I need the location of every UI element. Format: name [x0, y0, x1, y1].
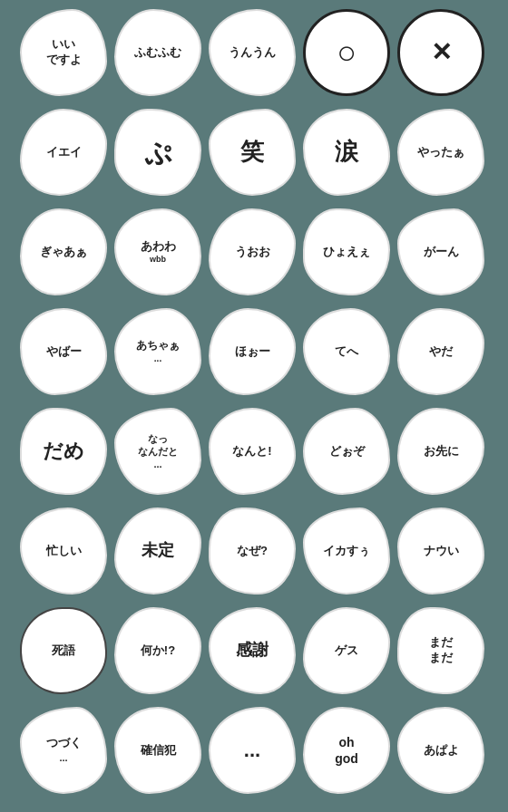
bubble-wara[interactable]: 笑	[209, 109, 296, 196]
bubble-text: やばー	[46, 344, 82, 360]
bubble-text: うおお	[235, 245, 270, 260]
bubble-text: どぉぞ	[329, 444, 365, 459]
bubble-tsuzuku[interactable]: つづく ...	[20, 707, 107, 794]
bubble-text: 何か!?	[141, 643, 175, 659]
bubble-text: ひょえぇ	[323, 245, 370, 260]
bubble-shigo[interactable]: 死語	[20, 607, 107, 694]
bubble-text: あわわ	[141, 239, 176, 255]
bubble-text: いいですよ	[46, 37, 82, 68]
bubble-mitei[interactable]: 未定	[114, 508, 201, 594]
bubble-text: まだまだ	[429, 635, 453, 666]
bubble-nandato[interactable]: なっなんだと...	[114, 408, 201, 495]
bubble-dame[interactable]: だめ	[20, 408, 107, 495]
bubble-osaki[interactable]: お先に	[397, 408, 484, 495]
bubble-iei[interactable]: イエイ	[20, 109, 107, 196]
bubble-text: ...	[244, 738, 260, 764]
bubble-text: 未定	[142, 540, 174, 561]
bubble-text: ○	[337, 32, 357, 74]
bubble-text: なっなんだと...	[138, 432, 178, 471]
bubble-text: てへ	[335, 344, 358, 360]
bubble-text: ふむふむ	[134, 45, 181, 61]
bubble-text: 忙しい	[46, 544, 82, 559]
bubble-tehe[interactable]: てへ	[303, 308, 390, 395]
bubble-text: なんと!	[232, 444, 271, 459]
bubble-ikasu[interactable]: イカすぅ	[303, 508, 390, 594]
bubble-gan[interactable]: がーん	[397, 208, 484, 295]
bubble-kakushinhan[interactable]: 確信犯	[114, 707, 201, 794]
bubble-text: なぜ?	[237, 544, 268, 559]
bubble-douzo[interactable]: どぉぞ	[303, 408, 390, 495]
bubble-text: 笑	[240, 137, 264, 168]
bubble-unun[interactable]: うんうん	[209, 9, 296, 96]
bubble-yada[interactable]: やだ	[397, 308, 484, 395]
bubble-text: やだ	[429, 344, 453, 360]
bubble-naui[interactable]: ナウい	[397, 508, 484, 594]
bubble-isogashi[interactable]: 忙しい	[20, 508, 107, 594]
bubble-nanto[interactable]: なんと!	[209, 408, 296, 495]
bubble-text: ✕	[431, 36, 452, 69]
bubble-text: お先に	[424, 444, 459, 459]
bubble-subtext: ...	[154, 353, 161, 364]
bubble-ellipsis[interactable]: ...	[209, 707, 296, 794]
bubble-text: ぷ	[144, 135, 172, 170]
bubble-ohgod[interactable]: ohgod	[303, 707, 390, 794]
bubble-text: つづく	[46, 736, 82, 751]
bubble-maru[interactable]: ○	[303, 9, 390, 96]
bubble-naze[interactable]: なぜ?	[209, 508, 296, 594]
bubble-hoo[interactable]: ほぉー	[209, 308, 296, 395]
bubble-gesu[interactable]: ゲス	[303, 607, 390, 694]
bubble-uoo[interactable]: うおお	[209, 208, 296, 295]
bubble-text: ゲス	[335, 643, 358, 659]
bubble-text: だめ	[43, 439, 84, 465]
bubble-text: ohgod	[335, 734, 358, 767]
bubble-text: あちゃぁ	[136, 339, 180, 353]
bubble-fumufumu[interactable]: ふむふむ	[114, 9, 201, 96]
bubble-text: やったぁ	[417, 145, 464, 160]
bubble-madamada[interactable]: まだまだ	[397, 607, 484, 694]
bubble-yaba[interactable]: やばー	[20, 308, 107, 395]
bubble-apayo[interactable]: あぱよ	[397, 707, 484, 794]
bubble-text: イエイ	[46, 145, 82, 160]
bubble-text: あぱよ	[424, 743, 459, 759]
bubble-awawa[interactable]: あわわ wbb	[114, 208, 201, 295]
bubble-nanika[interactable]: 何か!?	[114, 607, 201, 694]
bubble-text: ぎゃあぁ	[40, 245, 87, 260]
bubble-pu[interactable]: ぷ	[114, 109, 201, 196]
bubble-text: ほぉー	[235, 344, 270, 360]
bubble-achaa[interactable]: あちゃぁ ...	[114, 308, 201, 395]
bubble-text: 感謝	[236, 640, 269, 661]
bubble-batsu[interactable]: ✕	[397, 9, 484, 96]
bubble-gyaaa[interactable]: ぎゃあぁ	[20, 208, 107, 295]
bubble-hyoe[interactable]: ひょえぇ	[303, 208, 390, 295]
bubble-text: うんうん	[229, 45, 276, 61]
bubble-iidesuyo[interactable]: いいですよ	[20, 9, 107, 96]
bubble-text: イカすぅ	[323, 544, 370, 559]
bubble-text: 確信犯	[141, 743, 176, 759]
bubble-text: 涙	[335, 137, 358, 168]
bubble-text: 死語	[52, 643, 75, 659]
bubble-nami[interactable]: 涙	[303, 109, 390, 196]
bubble-subtext: ...	[59, 751, 67, 764]
bubble-yattaa[interactable]: やったぁ	[397, 109, 484, 196]
emoji-grid: いいですよ ふむふむ うんうん ○ ✕ イエイ ぷ 笑 涙 やったぁ ぎゃあぁ …	[13, 2, 495, 810]
bubble-text: ナウい	[424, 544, 459, 559]
bubble-text: がーん	[424, 245, 459, 260]
bubble-kansha[interactable]: 感謝	[209, 607, 296, 694]
bubble-subtext: wbb	[150, 255, 166, 266]
